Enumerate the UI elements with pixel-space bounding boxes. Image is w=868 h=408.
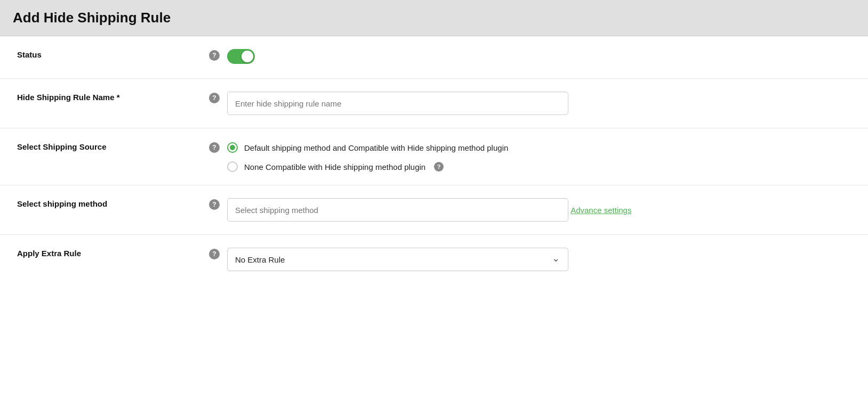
radio-label-2: None Compatible with Hide shipping metho… [244, 162, 425, 172]
shipping-source-radio-group: Default shipping method and Compatible w… [227, 141, 851, 172]
shipping-source-label-col: Select Shipping Source [17, 141, 209, 151]
status-control-col: ? [209, 49, 851, 64]
radio-option-1[interactable]: Default shipping method and Compatible w… [227, 142, 851, 153]
extra-rule-control-col: ? No Extra Rule [209, 248, 851, 271]
status-help-icon[interactable]: ? [209, 50, 220, 61]
extra-rule-select-wrapper: No Extra Rule [227, 248, 568, 271]
rule-name-help-icon[interactable]: ? [209, 93, 220, 103]
extra-rule-label: Apply Extra Rule [17, 249, 81, 258]
shipping-method-inputs: Advance settings [227, 198, 851, 222]
status-label: Status [17, 50, 42, 59]
radio-circle-2 [227, 161, 238, 172]
rule-name-inputs [227, 92, 851, 115]
shipping-method-row: Select shipping method ? Advance setting… [0, 185, 868, 235]
shipping-method-input[interactable] [227, 198, 568, 222]
rule-name-label: Hide Shipping Rule Name * [17, 93, 120, 102]
shipping-source-control-col: ? Default shipping method and Compatible… [209, 141, 851, 172]
radio-option-2-help-icon[interactable]: ? [434, 162, 444, 172]
shipping-source-label: Select Shipping Source [17, 142, 107, 151]
advance-settings-link[interactable]: Advance settings [570, 206, 631, 215]
shipping-source-row: Select Shipping Source ? Default shippin… [0, 128, 868, 185]
status-label-col: Status [17, 49, 209, 59]
extra-rule-label-col: Apply Extra Rule [17, 248, 209, 258]
rule-name-control-col: ? [209, 92, 851, 115]
form-container: Status ? Hide Shipping Rule Name * ? Se [0, 36, 868, 284]
toggle-slider [227, 49, 255, 64]
status-toggle[interactable] [227, 49, 255, 64]
radio-label-1: Default shipping method and Compatible w… [244, 143, 508, 152]
page-header: Add Hide Shipping Rule [0, 0, 868, 36]
shipping-method-label: Select shipping method [17, 199, 107, 208]
shipping-method-help-icon[interactable]: ? [209, 199, 220, 210]
page-title: Add Hide Shipping Rule [13, 10, 855, 26]
shipping-method-label-col: Select shipping method [17, 198, 209, 208]
extra-rule-help-icon[interactable]: ? [209, 249, 220, 259]
shipping-method-control-col: ? Advance settings [209, 198, 851, 222]
extra-rule-row: Apply Extra Rule ? No Extra Rule [0, 235, 868, 284]
status-toggle-wrapper [227, 49, 255, 64]
shipping-source-help-icon[interactable]: ? [209, 142, 220, 153]
extra-rule-select[interactable]: No Extra Rule [227, 248, 568, 271]
rule-name-row: Hide Shipping Rule Name * ? [0, 79, 868, 128]
radio-circle-1 [227, 142, 238, 153]
extra-rule-inputs: No Extra Rule [227, 248, 851, 271]
rule-name-input[interactable] [227, 92, 568, 115]
status-row: Status ? [0, 36, 868, 79]
radio-option-2[interactable]: None Compatible with Hide shipping metho… [227, 161, 851, 172]
rule-name-label-col: Hide Shipping Rule Name * [17, 92, 209, 102]
